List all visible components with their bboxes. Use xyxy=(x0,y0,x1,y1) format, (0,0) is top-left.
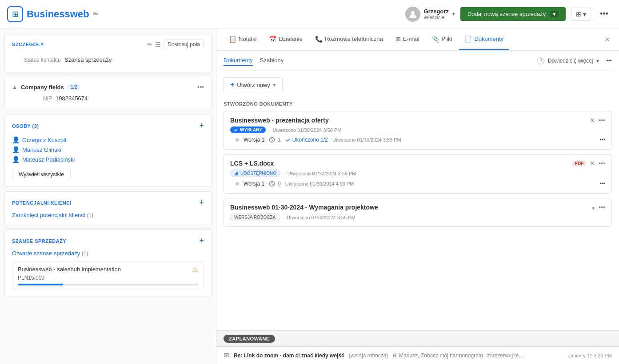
potential-clients-label: POTENCJALNI KLIENCI xyxy=(12,200,72,206)
doc-2-more-icon[interactable]: ••• xyxy=(599,160,605,167)
create-btn-chevron: ▾ xyxy=(273,82,276,88)
doc-3-status-row: WERSJA ROBOCZA · Utworzono 01/30/2024 3:… xyxy=(230,214,605,221)
user-avatar xyxy=(405,7,420,22)
doc-1-status-badge: WYSŁANY xyxy=(230,127,266,133)
details-label: SZCZEGÓŁY xyxy=(12,42,44,47)
sub-tabs-more-icon[interactable]: ••• xyxy=(606,58,612,64)
closed-clients-link[interactable]: Zamknięci potencjalni klienci xyxy=(12,212,85,218)
create-document-button[interactable]: + Utwórz nowy ▾ xyxy=(224,77,283,92)
add-opportunity-button[interactable]: Dodaj nową szansę sprzedaży ▾ xyxy=(460,7,566,21)
notatki-icon: 📋 xyxy=(229,36,236,43)
person-icon: 👤 xyxy=(12,146,20,153)
sales-header: SZANSE SPRZEDAŻY + xyxy=(12,236,204,245)
doc-2-status-row: UDOSTĘPNIONO · Utworzono 01/30/2024 3:56… xyxy=(230,170,605,177)
sub-tab-dokumenty[interactable]: Dokumenty xyxy=(224,55,253,66)
view-toggle-button[interactable]: ⊞ ▾ xyxy=(571,8,591,21)
tab-email[interactable]: ✉ E-mail xyxy=(390,28,425,50)
document-card-3: Businessweb 01-30-2024 - Wymagania proje… xyxy=(224,198,612,227)
svg-point-4 xyxy=(237,174,238,175)
document-card-2: LCS + LS.docx PDF ✕ ••• UDOSTĘPNIONO · U… xyxy=(224,154,612,194)
tab-dokumenty[interactable]: 📄 Dokumenty xyxy=(459,28,509,50)
add-person-button[interactable]: + xyxy=(199,121,204,131)
help-icon: ? xyxy=(537,57,544,64)
details-header: SZCZEGÓŁY ✏ ☰ Dostosuj pola xyxy=(12,40,204,49)
email-preview-subject: Re: Link do zoom - dam ci znać kiedy wej… xyxy=(234,352,344,359)
add-potential-client-button[interactable]: + xyxy=(199,198,204,207)
persons-header: OSOBY (3) + xyxy=(12,121,204,131)
doc-3-expand-icon[interactable]: ⬧ xyxy=(591,204,595,211)
rozmowa-icon: 📞 xyxy=(315,36,323,43)
more-options-button[interactable]: ••• xyxy=(596,8,612,20)
scheduled-bar: ZAPLANOWANE xyxy=(216,330,619,346)
doc-1-date: Utworzono 01/30/2024 3:58 PM xyxy=(273,127,342,133)
scheduled-chip: ZAPLANOWANE xyxy=(224,335,275,343)
doc-1-actions: ✕ ••• xyxy=(590,117,605,124)
tab-pliki[interactable]: 📎 Pliki xyxy=(427,28,458,50)
doc-3-more-icon[interactable]: ••• xyxy=(599,204,605,211)
doc-1-version-row: Wersja 1 1 Ukończono 1/2 Utworzono 01/30… xyxy=(230,133,605,144)
doc-card-3-header: Businessweb 01-30-2024 - Wymagania proje… xyxy=(230,204,605,211)
version-dot-icon-2 xyxy=(236,182,239,186)
doc-card-2-header: LCS + LS.docx PDF ✕ ••• xyxy=(230,160,605,167)
pdf-badge: PDF xyxy=(572,161,586,166)
user-menu[interactable]: Grzegorz Właściciel ▾ xyxy=(405,7,455,22)
document-content-area: Dokumenty Szablony ? Dowiedz się więcej … xyxy=(216,51,619,330)
add-opportunity-btn-left[interactable]: + xyxy=(199,236,204,245)
doc-1-close-icon[interactable]: ✕ xyxy=(590,117,595,124)
person-name: Grzegorz Kuszpit xyxy=(22,137,67,143)
doc-1-more-icon[interactable]: ••• xyxy=(599,117,605,124)
tab-dzialanie[interactable]: 📅 Działanie xyxy=(264,28,308,50)
status-field-value: Szansa sprzedaży xyxy=(64,56,112,63)
status-row: Status kontaktu Szansa sprzedaży xyxy=(12,54,204,66)
list-item[interactable]: 👤 Mariusz Gliński xyxy=(12,145,204,154)
tab-email-label: E-mail xyxy=(403,36,419,42)
list-item[interactable]: 👤 Grzegorz Kuszpit xyxy=(12,135,204,145)
document-card-1: Businessweb - prezentacja oferty ✕ ••• W… xyxy=(224,111,612,150)
email-icon: ✉ xyxy=(395,36,401,43)
create-plus-icon: + xyxy=(230,81,234,89)
doc-2-close-icon[interactable]: ✕ xyxy=(590,160,595,167)
doc-2-title: LCS + LS.docx xyxy=(230,160,274,167)
email-preview-row[interactable]: ✉ Re: Link do zoom - dam ci znać kiedy w… xyxy=(216,346,619,364)
collapse-company-fields-icon[interactable]: ▲ xyxy=(12,84,17,90)
opportunity-card[interactable]: Businessweb - saleshub implementation ⚠ … xyxy=(12,261,204,290)
version-2-more-icon[interactable]: ••• xyxy=(599,181,605,187)
version-2-date: Utworzono 01/30/2024 4:00 PM xyxy=(285,181,354,186)
company-fields-title: Company fields xyxy=(21,84,64,91)
cta-dropdown-arrow[interactable]: ▾ xyxy=(550,11,559,17)
version-1-label: Wersja 1 xyxy=(244,137,264,143)
left-panel: SZCZEGÓŁY ✏ ☰ Dostosuj pola Status konta… xyxy=(0,28,216,364)
filter-details-icon[interactable]: ☰ xyxy=(155,41,161,48)
company-fields-more-icon[interactable]: ••• xyxy=(197,83,204,91)
tab-notatki[interactable]: 📋 Notatki xyxy=(224,28,262,50)
doc-1-status-row: WYSŁANY · Utworzono 01/30/2024 3:58 PM xyxy=(230,127,605,133)
company-fields-badge: 1/2 xyxy=(68,84,80,90)
closed-clients-count: (1) xyxy=(87,212,93,218)
customize-fields-button[interactable]: Dostosuj pola xyxy=(164,40,204,49)
learn-more-chevron: ▾ xyxy=(596,58,599,64)
company-fields-section: ▲ Company fields 1/2 ••• NIP 1982345674 xyxy=(4,77,212,110)
pliki-icon: 📎 xyxy=(432,36,439,43)
tab-rozmowa[interactable]: 📞 Rozmowa telefoniczna xyxy=(310,28,388,50)
edit-app-name-icon[interactable]: ✏ xyxy=(93,10,99,18)
learn-more-area[interactable]: ? Dowiedz się więcej ▾ ••• xyxy=(537,57,612,64)
details-section: SZCZEGÓŁY ✏ ☰ Dostosuj pola Status konta… xyxy=(4,33,212,72)
edit-details-icon[interactable]: ✏ xyxy=(147,41,152,48)
version-2-meta: 0 xyxy=(269,181,281,187)
open-opportunities-row: Otwarte szanse sprzedaży (1) xyxy=(12,250,204,257)
company-fields-header: ▲ Company fields 1/2 ••• xyxy=(12,83,204,91)
right-panel: 📋 Notatki 📅 Działanie 📞 Rozmowa telefoni… xyxy=(216,28,619,364)
version-1-more-icon[interactable]: ••• xyxy=(599,137,605,143)
tab-bar-close-icon[interactable]: ✕ xyxy=(603,34,612,45)
tab-bar: 📋 Notatki 📅 Działanie 📞 Rozmowa telefoni… xyxy=(216,28,619,51)
show-all-persons-button[interactable]: Wyświetl wszystkie xyxy=(12,169,71,180)
document-sub-tabs: Dokumenty Szablony ? Dowiedz się więcej … xyxy=(224,51,612,71)
created-docs-heading: STWORZONO DOKUMENTY xyxy=(224,98,612,111)
email-preview-tag: (wersja robocza) xyxy=(349,352,388,359)
learn-more-label: Dowiedz się więcej xyxy=(548,58,593,64)
top-navigation: ⊞ Businessweb ✏ Grzegorz Właściciel ▾ Do… xyxy=(0,0,619,28)
sub-tab-szablony[interactable]: Szablony xyxy=(260,55,284,66)
open-opportunities-link[interactable]: Otwarte szanse sprzedaży xyxy=(12,250,80,257)
email-preview-icon: ✉ xyxy=(224,351,229,360)
list-item[interactable]: 👤 Mateusz Podlasiński xyxy=(12,154,204,164)
